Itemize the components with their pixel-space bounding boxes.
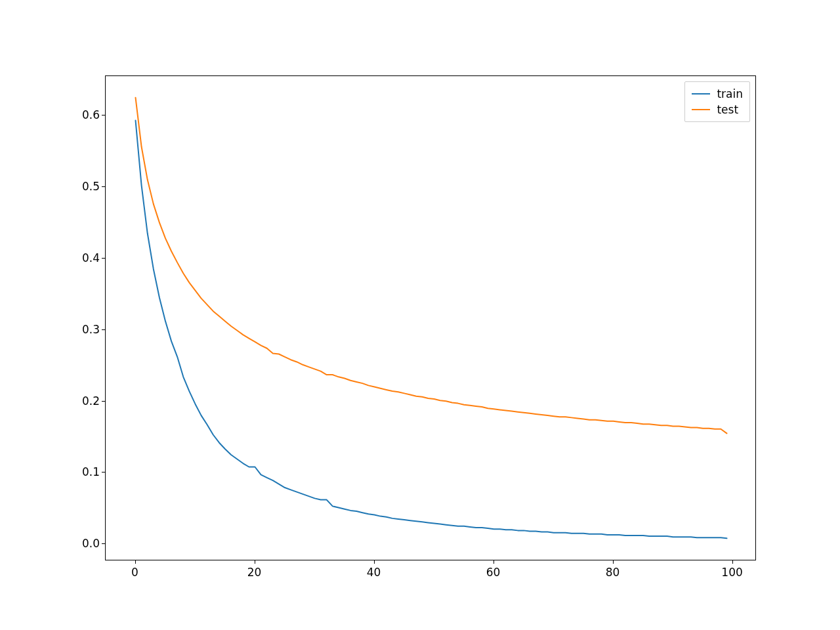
- x-tick-mark: [494, 560, 494, 564]
- legend-entry-train: train: [692, 86, 743, 102]
- series-line-test: [136, 98, 727, 434]
- x-tick-label: 20: [247, 566, 262, 579]
- y-tick-mark: [102, 329, 105, 330]
- x-tick-mark: [613, 560, 614, 564]
- y-tick-mark: [102, 401, 105, 402]
- legend-swatch-train: [692, 93, 710, 94]
- y-tick-label: 0.5: [82, 180, 100, 193]
- y-tick-label: 0.4: [82, 251, 100, 264]
- legend: train test: [684, 81, 750, 122]
- x-tick-mark: [135, 560, 136, 564]
- y-tick-label: 0.2: [82, 394, 100, 408]
- y-tick-label: 0.0: [82, 537, 100, 550]
- figure: train test 0204060801000.00.10.20.30.40.…: [0, 0, 840, 630]
- legend-entry-test: test: [692, 102, 743, 117]
- y-tick-mark: [102, 472, 105, 472]
- x-tick-label: 100: [721, 566, 742, 579]
- x-tick-mark: [255, 560, 255, 564]
- x-tick-mark: [374, 560, 375, 564]
- y-tick-mark: [102, 258, 105, 259]
- y-tick-mark: [102, 186, 105, 187]
- plot-svg: [106, 76, 757, 561]
- legend-label-test: test: [717, 103, 738, 116]
- legend-label-train: train: [717, 87, 743, 100]
- series-line-train: [136, 121, 727, 539]
- axes-area: train test: [105, 75, 756, 560]
- x-tick-mark: [732, 560, 733, 564]
- y-tick-label: 0.1: [82, 465, 100, 478]
- y-tick-mark: [102, 543, 105, 544]
- y-tick-label: 0.6: [82, 108, 100, 121]
- x-tick-label: 60: [486, 566, 501, 579]
- x-tick-label: 40: [367, 566, 381, 579]
- legend-swatch-test: [692, 109, 710, 110]
- x-tick-label: 80: [606, 566, 620, 579]
- x-tick-label: 0: [131, 566, 138, 579]
- y-tick-label: 0.3: [82, 323, 100, 336]
- y-tick-mark: [102, 115, 105, 116]
